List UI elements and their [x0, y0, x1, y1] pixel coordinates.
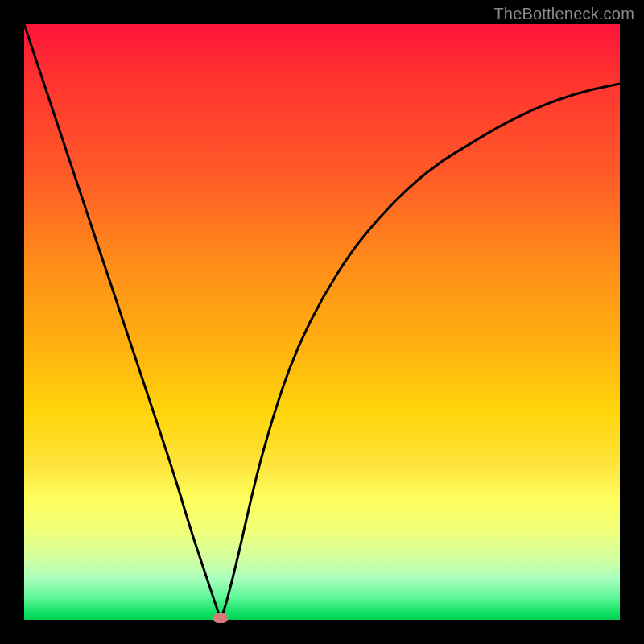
chart-frame: TheBottleneck.com	[0, 0, 644, 644]
plot-area	[24, 24, 620, 620]
watermark-text: TheBottleneck.com	[493, 5, 634, 23]
curve-svg	[24, 24, 620, 620]
bottleneck-curve	[24, 24, 620, 615]
minimum-marker	[213, 613, 228, 623]
